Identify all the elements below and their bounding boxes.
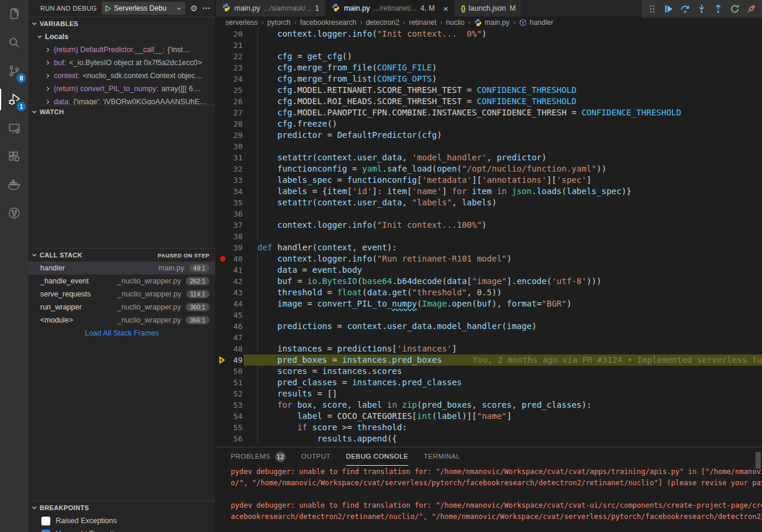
- breadcrumb-item[interactable]: detectron2: [366, 18, 399, 27]
- code-editor[interactable]: 20 context.logger.info("Init context... …: [216, 28, 762, 447]
- code-line[interactable]: 33 labels_spec = functionconfig['metadat…: [216, 175, 762, 186]
- code-line[interactable]: 29 predictor = DefaultPredictor(cfg): [216, 130, 762, 141]
- breadcrumb-item[interactable]: pytorch: [267, 18, 290, 27]
- code-line[interactable]: 24 cfg.merge_from_list(CONFIG_OPTS): [216, 73, 762, 85]
- step-into-icon[interactable]: [696, 4, 707, 14]
- docker-icon[interactable]: [0, 170, 28, 199]
- breakpoint-uncaught-exceptions[interactable]: ✓ Uncaught Exceptions: [28, 527, 215, 532]
- gutter[interactable]: 42: [216, 276, 257, 287]
- gutter[interactable]: 54: [216, 411, 257, 422]
- code-line[interactable]: 56 results.append({: [216, 433, 762, 444]
- disconnect-icon[interactable]: [746, 4, 757, 14]
- call-stack-frame[interactable]: serve_requests_nuclio_wrapper.py114:1: [28, 288, 215, 301]
- gutter[interactable]: 22: [216, 51, 257, 62]
- breakpoints-header[interactable]: BREAKPOINTS: [28, 501, 215, 514]
- gutter[interactable]: 48: [216, 343, 257, 354]
- explorer-icon[interactable]: [0, 0, 28, 28]
- code-line[interactable]: 52 results = []: [216, 388, 762, 399]
- code-line[interactable]: 21: [216, 40, 762, 51]
- gutter[interactable]: 46: [216, 321, 257, 332]
- code-line[interactable]: 23 cfg.merge_from_file(CONFIG_FILE): [216, 62, 762, 73]
- gear-icon[interactable]: ⚙: [190, 4, 198, 12]
- variable-row[interactable]: buf:<_io.BytesIO object at 0x7f5a2dc1ecc…: [28, 56, 215, 69]
- gutter[interactable]: 53: [216, 399, 257, 411]
- gutter[interactable]: 30: [216, 141, 257, 152]
- code-line[interactable]: 35 setattr(context.user_data, "labels", …: [216, 197, 762, 208]
- tab-debug-console[interactable]: DEBUG CONSOLE: [346, 447, 409, 466]
- gutter[interactable]: 28: [216, 118, 257, 130]
- variable-row[interactable]: (return) DefaultPredictor.__call__:{'ins…: [28, 43, 215, 56]
- breadcrumb-item[interactable]: retinanet: [409, 18, 437, 27]
- code-line[interactable]: 53 for box, score, label in zip(pred_box…: [216, 399, 762, 411]
- load-all-stack-frames-link[interactable]: Load All Stack Frames: [28, 327, 215, 340]
- code-line[interactable]: 32 functionconfig = yaml.safe_load(open(…: [216, 163, 762, 175]
- breadcrumb-item[interactable]: handler: [519, 18, 553, 27]
- code-line[interactable]: 54 label = COCO_CATEGORIES[int(label)]["…: [216, 411, 762, 422]
- close-icon[interactable]: ×: [443, 4, 448, 13]
- call-stack-header[interactable]: CALL STACK PAUSED ON STEP: [28, 249, 215, 262]
- code-line[interactable]: 50 scores = instances.scores: [216, 366, 762, 377]
- code-line[interactable]: 38: [216, 231, 762, 242]
- source-control-icon[interactable]: 8: [0, 57, 28, 85]
- gutter[interactable]: 39: [216, 242, 257, 253]
- variable-row[interactable]: data:{'image': 'iVBORw0KGgoAAAANSUhE…: [28, 95, 215, 105]
- watch-header[interactable]: WATCH: [28, 105, 215, 118]
- git-graph-icon[interactable]: [0, 199, 28, 227]
- call-stack-frame[interactable]: <module>_nuclio_wrapper.py366:1: [28, 314, 215, 327]
- tab-main-py-retinanet[interactable]: main.py .../retinanet/... 4, M ×: [325, 0, 454, 17]
- gutter[interactable]: 51: [216, 377, 257, 388]
- code-line[interactable]: 47: [216, 332, 762, 343]
- code-line[interactable]: 48 instances = predictions['instances']: [216, 343, 762, 354]
- breadcrumb-item[interactable]: facebookresearch: [300, 18, 356, 27]
- tab-main-py-siammask[interactable]: main.py .../siammask/... 1: [216, 0, 325, 17]
- variable-row[interactable]: (return) convert_PIL_to_numpy:array([[[ …: [28, 82, 215, 95]
- tab-problems[interactable]: PROBLEMS 12: [231, 447, 286, 466]
- gutter[interactable]: 37: [216, 220, 257, 231]
- extensions-icon[interactable]: [0, 142, 28, 170]
- variable-row[interactable]: context:<nuclio_sdk.context.Context obje…: [28, 69, 215, 82]
- breakpoint-raised-exceptions[interactable]: Raised Exceptions: [28, 514, 215, 527]
- gutter[interactable]: 56: [216, 433, 257, 444]
- panel-scrollbar[interactable]: [755, 452, 761, 469]
- gutter[interactable]: 29: [216, 130, 257, 141]
- gutter[interactable]: 35: [216, 197, 257, 208]
- code-line[interactable]: 39def handler(context, event):: [216, 242, 762, 253]
- run-and-debug-icon[interactable]: 1: [0, 85, 28, 114]
- gutter[interactable]: 20: [216, 28, 257, 40]
- checkbox-unchecked[interactable]: [41, 517, 50, 525]
- continue-icon[interactable]: [663, 4, 674, 14]
- gutter[interactable]: 50: [216, 366, 257, 377]
- gutter[interactable]: 32: [216, 163, 257, 175]
- code-line[interactable]: 49 pred_boxes = instances.pred_boxesYou,…: [216, 354, 762, 366]
- gutter[interactable]: 26: [216, 96, 257, 107]
- code-line[interactable]: 42 buf = io.BytesIO(base64.b64decode(dat…: [216, 276, 762, 287]
- code-line[interactable]: 51 pred_classes = instances.pred_classes: [216, 377, 762, 388]
- code-line[interactable]: 20 context.logger.info("Init context... …: [216, 28, 762, 40]
- checkbox-checked[interactable]: ✓: [41, 530, 50, 532]
- gutter[interactable]: 47: [216, 332, 257, 343]
- code-line[interactable]: 28 cfg.freeze(): [216, 118, 762, 130]
- gutter[interactable]: 44: [216, 298, 257, 309]
- tab-terminal[interactable]: TERMINAL: [424, 447, 460, 466]
- code-line[interactable]: 30: [216, 141, 762, 152]
- gutter[interactable]: 49: [216, 354, 257, 366]
- gutter[interactable]: 45: [216, 309, 257, 321]
- debug-console-output[interactable]: pydev debugger: unable to find translati…: [231, 466, 762, 532]
- gutter[interactable]: 52: [216, 388, 257, 399]
- gutter[interactable]: 33: [216, 175, 257, 186]
- search-icon[interactable]: [0, 28, 28, 57]
- remote-explorer-icon[interactable]: [0, 114, 28, 142]
- breakpoint-icon[interactable]: [220, 256, 225, 262]
- tab-output[interactable]: OUTPUT: [301, 447, 331, 466]
- call-stack-frame[interactable]: _handle_event_nuclio_wrapper.py262:1: [28, 275, 215, 288]
- code-line[interactable]: 45: [216, 309, 762, 321]
- gutter[interactable]: 43: [216, 287, 257, 298]
- code-line[interactable]: 31 setattr(context.user_data, 'model_han…: [216, 152, 762, 163]
- code-line[interactable]: 43 threshold = float(data.get("threshold…: [216, 287, 762, 298]
- code-line[interactable]: 26 cfg.MODEL.ROI_HEADS.SCORE_THRESH_TEST…: [216, 96, 762, 107]
- launch-config-select[interactable]: Serverless Debu: [102, 2, 186, 15]
- gutter[interactable]: 40: [216, 253, 257, 265]
- code-line[interactable]: 44 image = convert_PIL_to_numpy(Image.op…: [216, 298, 762, 309]
- gutter[interactable]: 21: [216, 40, 257, 51]
- variables-scope-locals[interactable]: Locals: [28, 30, 215, 43]
